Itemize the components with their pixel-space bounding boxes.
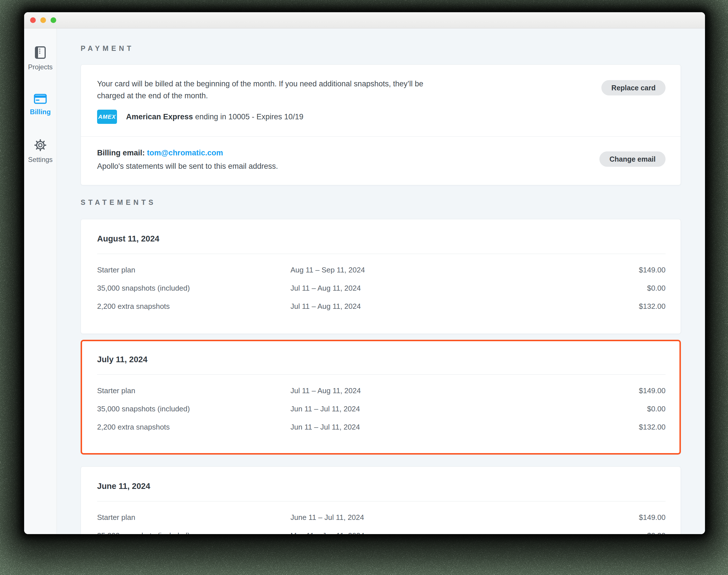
line-item-amount: $132.00 xyxy=(639,302,665,311)
line-item-period: Jul 11 – Aug 11, 2024 xyxy=(290,386,639,395)
payment-panel: Your card will be billed at the beginnin… xyxy=(81,65,681,185)
statement-line-item: 35,000 snapshots (included) May 11 – Jun… xyxy=(97,527,665,534)
line-item-amount: $149.00 xyxy=(639,513,665,522)
statement-rows: Starter plan June 11 – Jul 11, 2024 $149… xyxy=(97,508,665,534)
statement-rows: Starter plan Jul 11 – Aug 11, 2024 $149.… xyxy=(97,381,665,436)
sidebar: Projects Billing xyxy=(24,28,57,534)
line-item-name: 2,200 extra snapshots xyxy=(97,302,290,311)
sidebar-item-label: Projects xyxy=(28,63,53,71)
statement-line-item: Starter plan Jul 11 – Aug 11, 2024 $149.… xyxy=(97,381,665,400)
window-body: Projects Billing xyxy=(24,28,705,534)
statement-line-item: 35,000 snapshots (included) Jul 11 – Aug… xyxy=(97,279,665,297)
desktop-background: Projects Billing xyxy=(0,0,728,575)
billing-email-label: Billing email: xyxy=(97,148,145,157)
line-item-name: Starter plan xyxy=(97,386,290,395)
minimize-button[interactable] xyxy=(40,17,46,23)
statement-line-item: Starter plan June 11 – Jul 11, 2024 $149… xyxy=(97,508,665,527)
statement-divider xyxy=(97,374,665,375)
replace-card-button[interactable]: Replace card xyxy=(602,80,665,96)
projects-icon xyxy=(35,46,46,59)
close-button[interactable] xyxy=(30,17,36,23)
billing-email-note: Apollo's statements will be sent to this… xyxy=(97,162,278,171)
statement-line-item: 2,200 extra snapshots Jul 11 – Aug 11, 2… xyxy=(97,297,665,315)
line-item-amount: $132.00 xyxy=(639,423,665,432)
statement-line-item: Starter plan Aug 11 – Sep 11, 2024 $149.… xyxy=(97,261,665,279)
card-info-section: Your card will be billed at the beginnin… xyxy=(81,65,681,136)
line-item-name: Starter plan xyxy=(97,266,290,274)
statement-rows: Starter plan Aug 11 – Sep 11, 2024 $149.… xyxy=(97,261,665,315)
statement-line-item: 35,000 snapshots (included) Jun 11 – Jul… xyxy=(97,400,665,418)
settings-gear-icon xyxy=(34,139,47,152)
statements-section-title: STATEMENTS xyxy=(81,198,681,206)
payment-section-title: PAYMENT xyxy=(81,44,681,53)
card-brand: American Express xyxy=(126,112,193,121)
line-item-period: Jun 11 – Jul 11, 2024 xyxy=(290,423,639,432)
line-item-period: Aug 11 – Sep 11, 2024 xyxy=(290,266,639,274)
sidebar-item-billing[interactable]: Billing xyxy=(30,94,50,116)
line-item-period: June 11 – Jul 11, 2024 xyxy=(290,513,639,522)
card-summary-text: American Express ending in 10005 - Expir… xyxy=(126,112,303,121)
statement-date: August 11, 2024 xyxy=(97,234,665,243)
change-email-button[interactable]: Change email xyxy=(599,151,665,167)
statement-date: June 11, 2024 xyxy=(97,481,665,491)
window-titlebar[interactable] xyxy=(24,12,705,28)
statement-line-item: 2,200 extra snapshots Jun 11 – Jul 11, 2… xyxy=(97,418,665,436)
sidebar-item-label: Billing xyxy=(30,108,50,116)
line-item-amount: $0.00 xyxy=(647,405,665,413)
statement-card[interactable]: July 11, 2024 Starter plan Jul 11 – Aug … xyxy=(81,340,681,454)
billing-note: Your card will be billed at the beginnin… xyxy=(97,78,452,102)
sidebar-item-projects[interactable]: Projects xyxy=(28,46,53,71)
billing-email-section: Billing email: tom@chromatic.com Apollo'… xyxy=(81,137,681,185)
amex-card-badge: AMEX xyxy=(97,110,117,124)
billing-icon xyxy=(34,94,47,104)
card-info-left: Your card will be billed at the beginnin… xyxy=(97,78,452,124)
statement-card[interactable]: August 11, 2024 Starter plan Aug 11 – Se… xyxy=(81,219,681,334)
billing-email-link[interactable]: tom@chromatic.com xyxy=(147,148,223,157)
line-item-name: 35,000 snapshots (included) xyxy=(97,405,290,413)
line-item-amount: $149.00 xyxy=(639,266,665,274)
app-window: Projects Billing xyxy=(24,12,705,534)
statement-date: July 11, 2024 xyxy=(97,355,665,364)
card-details: ending in 10005 - Expires 10/19 xyxy=(193,112,303,121)
line-item-name: 2,200 extra snapshots xyxy=(97,423,290,432)
billing-email-line: Billing email: tom@chromatic.com xyxy=(97,148,278,158)
line-item-period: Jul 11 – Aug 11, 2024 xyxy=(290,302,639,311)
sidebar-item-settings[interactable]: Settings xyxy=(28,139,53,164)
statements-list: August 11, 2024 Starter plan Aug 11 – Se… xyxy=(81,219,681,534)
line-item-name: 35,000 snapshots (included) xyxy=(97,531,290,534)
line-item-period: Jun 11 – Jul 11, 2024 xyxy=(290,405,647,413)
zoom-button[interactable] xyxy=(50,17,56,23)
line-item-amount: $149.00 xyxy=(639,386,665,395)
billing-email-left: Billing email: tom@chromatic.com Apollo'… xyxy=(97,148,278,171)
line-item-name: 35,000 snapshots (included) xyxy=(97,284,290,293)
main-content: PAYMENT Your card will be billed at the … xyxy=(57,28,705,534)
statement-card[interactable]: June 11, 2024 Starter plan June 11 – Jul… xyxy=(81,467,681,534)
line-item-period: Jul 11 – Aug 11, 2024 xyxy=(290,284,647,293)
line-item-amount: $0.00 xyxy=(647,284,665,293)
line-item-period: May 11 – Jun 11, 2024 xyxy=(290,531,647,534)
sidebar-item-label: Settings xyxy=(28,156,53,164)
line-item-name: Starter plan xyxy=(97,513,290,522)
line-item-amount: $0.00 xyxy=(647,531,665,534)
card-summary-line: AMEX American Express ending in 10005 - … xyxy=(97,110,452,124)
